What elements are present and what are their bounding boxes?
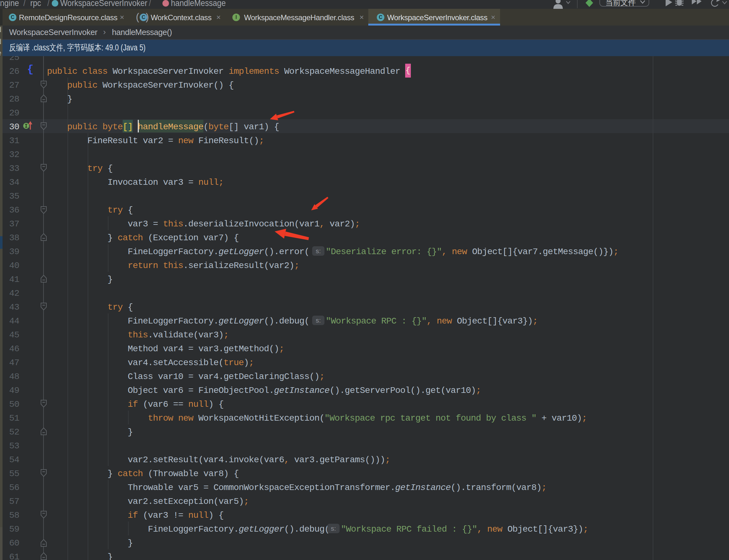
svg-text:当前文件: 当前文件 — [605, 0, 636, 7]
